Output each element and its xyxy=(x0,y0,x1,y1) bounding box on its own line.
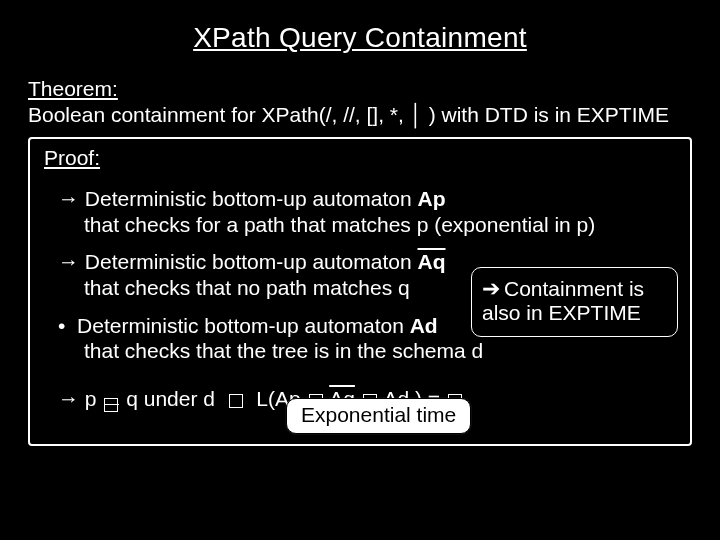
automaton-aq-bar: Aq xyxy=(418,250,446,273)
arrow-icon: → xyxy=(58,387,79,410)
slide: XPath Query Containment Theorem: Boolean… xyxy=(0,0,720,540)
theorem-label: Theorem: xyxy=(28,77,118,100)
proof-item-2-line1: Deterministic bottom-up automaton xyxy=(85,250,412,273)
bullet-icon: • xyxy=(58,314,65,337)
slide-title: XPath Query Containment xyxy=(28,22,692,54)
proof-item-3-line2: that checks that the tree is in the sche… xyxy=(58,338,676,364)
final-L: L(A xyxy=(256,387,289,410)
final-q: q under d xyxy=(126,387,215,410)
operator-icon xyxy=(229,394,243,408)
exponential-time-tag: Exponential time xyxy=(286,398,471,434)
automaton-ap: Ap xyxy=(418,187,446,210)
final-p: p xyxy=(85,387,97,410)
callout-box: ➔Containment is also in EXPTIME xyxy=(471,267,678,338)
automaton-ad: Ad xyxy=(410,314,438,337)
theorem-block: Theorem: Boolean containment for XPath(/… xyxy=(28,76,692,129)
proof-item-1: → Deterministic bottom-up automaton Ap t… xyxy=(58,186,676,237)
callout-text: Containment is also in EXPTIME xyxy=(482,277,644,325)
proof-label: Proof: xyxy=(44,145,676,171)
arrow-icon: → xyxy=(58,187,79,210)
contained-in-icon xyxy=(104,398,118,412)
theorem-text: Boolean containment for XPath(/, //, [],… xyxy=(28,103,669,126)
proof-item-3-line1: Deterministic bottom-up automaton xyxy=(77,314,404,337)
arrow-icon: → xyxy=(58,250,79,273)
proof-item-1-line2: that checks for a path that matches p (e… xyxy=(58,212,676,238)
fat-arrow-icon: ➔ xyxy=(482,276,500,301)
proof-item-1-line1: Deterministic bottom-up automaton xyxy=(85,187,412,210)
proof-box: Proof: → Deterministic bottom-up automat… xyxy=(28,137,692,446)
